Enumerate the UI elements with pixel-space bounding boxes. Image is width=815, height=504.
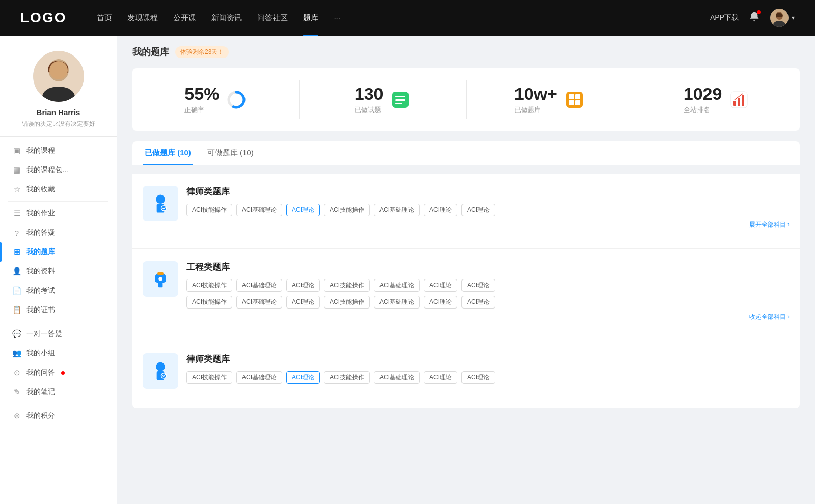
- star-icon: ☆: [12, 185, 21, 194]
- qbank-icon-engineer-2: [143, 261, 178, 297]
- qbank-tag[interactable]: ACI基础理论: [236, 204, 282, 216]
- sidebar-label-myqa: 我的问答: [26, 368, 55, 377]
- qbank-tag[interactable]: ACI理论: [461, 371, 495, 384]
- qbank-tag[interactable]: ACI技能操作: [186, 371, 232, 384]
- profile-section: Brian Harris 错误的决定比没有决定要好: [0, 36, 117, 137]
- qbank-tag[interactable]: ACI技能操作: [186, 296, 232, 309]
- qbank-tag[interactable]: ACI基础理论: [374, 204, 420, 216]
- qbank-card-2: 工程类题库 ACI技能操作 ACI基础理论 ACI理论 ACI技能操作 ACI基…: [132, 249, 800, 341]
- sidebar-item-group[interactable]: 👥 我的小组: [0, 344, 117, 363]
- main-content: 我的题库 体验剩余23天！ 55% 正确率 130: [117, 36, 815, 504]
- qbank-tag[interactable]: ACI理论: [286, 279, 320, 292]
- stat-done-questions-icon: [390, 90, 411, 110]
- sidebar-item-points[interactable]: ⊛ 我的积分: [0, 406, 117, 426]
- nav-open[interactable]: 公开课: [173, 11, 196, 25]
- qbank-title-2: 工程类题库: [186, 261, 790, 273]
- sidebar-item-myqa[interactable]: ⊙ 我的问答: [0, 363, 117, 382]
- stat-accuracy-icon: [226, 90, 247, 110]
- sidebar-divider-2: [8, 322, 108, 322]
- nav-qbank[interactable]: 题库: [303, 11, 318, 25]
- sidebar-item-certificate[interactable]: 📋 我的证书: [0, 300, 117, 320]
- qbank-tag[interactable]: ACI技能操作: [324, 204, 370, 216]
- sidebar-label-exam: 我的考试: [26, 286, 55, 295]
- nav-discover[interactable]: 发现课程: [127, 11, 158, 25]
- collapse-button-2[interactable]: 收起全部科目 ›: [186, 313, 790, 321]
- svg-rect-15: [575, 94, 580, 99]
- qbank-tag[interactable]: ACI理论: [286, 296, 320, 309]
- package-icon: ▦: [12, 165, 21, 175]
- nav-more[interactable]: ···: [334, 12, 340, 24]
- qbank-tag[interactable]: ACI技能操作: [186, 279, 232, 292]
- qbank-tag[interactable]: ACI理论: [461, 279, 495, 292]
- sidebar-item-favorites[interactable]: ☆ 我的收藏: [0, 180, 117, 199]
- svg-rect-21: [742, 95, 744, 106]
- app-download-button[interactable]: APP下载: [710, 13, 739, 22]
- exam-icon: 📄: [12, 286, 21, 295]
- tabs-bar: 已做题库 (10) 可做题库 (10): [132, 141, 800, 165]
- nav-home[interactable]: 首页: [97, 11, 112, 25]
- stat-done-questions: 130 已做试题: [300, 80, 467, 119]
- stat-accuracy-number: 55%: [184, 85, 219, 103]
- qbank-tag[interactable]: ACI基础理论: [374, 296, 420, 309]
- qbank-tag[interactable]: ACI技能操作: [324, 279, 370, 292]
- qbank-tag[interactable]: ACI理论: [424, 371, 457, 384]
- qbank-tag[interactable]: ACI基础理论: [236, 296, 282, 309]
- sidebar-item-homework[interactable]: ☰ 我的作业: [0, 204, 117, 223]
- stat-accuracy: 55% 正确率: [132, 80, 300, 119]
- qbank-tag-selected[interactable]: ACI理论: [286, 371, 320, 384]
- stat-done-banks-icon: [564, 90, 585, 110]
- qbank-tag[interactable]: ACI理论: [461, 296, 495, 309]
- sidebar-item-exam[interactable]: 📄 我的考试: [0, 281, 117, 300]
- svg-rect-12: [395, 103, 402, 104]
- qa-icon: ?: [12, 228, 21, 237]
- sidebar-item-package[interactable]: ▦ 我的课程包...: [0, 160, 117, 180]
- data-icon: 👤: [12, 267, 21, 276]
- sidebar-item-qa[interactable]: ? 我的答疑: [0, 223, 117, 242]
- stat-ranking-text: 1029 全站排名: [684, 85, 722, 115]
- nav-qa[interactable]: 问答社区: [257, 11, 288, 25]
- sidebar-divider-1: [8, 201, 108, 202]
- qbank-tag[interactable]: ACI基础理论: [374, 371, 420, 384]
- qbank-tag[interactable]: ACI技能操作: [186, 204, 232, 216]
- svg-rect-17: [575, 100, 580, 105]
- user-avatar-wrap[interactable]: ▾: [770, 9, 795, 27]
- sidebar: Brian Harris 错误的决定比没有决定要好 ▣ 我的课程 ▦ 我的课程包…: [0, 36, 117, 504]
- qbank-tag[interactable]: ACI理论: [424, 296, 457, 309]
- qbank-tag[interactable]: ACI理论: [424, 279, 457, 292]
- qbank-tag[interactable]: ACI理论: [424, 204, 457, 216]
- qbank-tag[interactable]: ACI技能操作: [324, 371, 370, 384]
- points-icon: ⊛: [12, 411, 21, 421]
- qbank-tag[interactable]: ACI基础理论: [236, 371, 282, 384]
- stat-done-banks-label: 已做题库: [514, 105, 557, 115]
- sidebar-item-notes[interactable]: ✎ 我的笔记: [0, 382, 117, 402]
- sidebar-item-qbank[interactable]: ⊞ 我的题库: [0, 242, 117, 262]
- sidebar-label-qa: 我的答疑: [26, 228, 55, 237]
- expand-button-1[interactable]: 展开全部科目 ›: [186, 220, 790, 229]
- stat-done-questions-number: 130: [355, 85, 384, 103]
- homework-icon: ☰: [12, 209, 21, 218]
- qbank-tag-selected[interactable]: ACI理论: [286, 204, 320, 216]
- qbank-header-2: 工程类题库 ACI技能操作 ACI基础理论 ACI理论 ACI技能操作 ACI基…: [143, 261, 790, 321]
- svg-point-28: [156, 362, 165, 372]
- sidebar-label-data: 我的资料: [26, 267, 55, 276]
- qbank-tag[interactable]: ACI基础理论: [236, 279, 282, 292]
- nav-news[interactable]: 新闻资讯: [211, 11, 242, 25]
- sidebar-label-homework: 我的作业: [26, 209, 55, 218]
- sidebar-label-group: 我的小组: [26, 349, 55, 358]
- tab-done-banks[interactable]: 已做题库 (10): [143, 141, 193, 165]
- sidebar-item-course[interactable]: ▣ 我的课程: [0, 141, 117, 160]
- stat-done-questions-text: 130 已做试题: [355, 85, 384, 115]
- sidebar-item-data[interactable]: 👤 我的资料: [0, 262, 117, 281]
- sidebar-item-oneonone[interactable]: 💬 一对一答疑: [0, 324, 117, 344]
- stat-ranking-label: 全站排名: [684, 105, 722, 115]
- qbank-icon: ⊞: [12, 247, 21, 257]
- oneonone-icon: 💬: [12, 329, 21, 339]
- sidebar-label-course: 我的课程: [26, 146, 55, 155]
- notification-bell[interactable]: [749, 11, 760, 24]
- qbank-tag[interactable]: ACI理论: [461, 204, 495, 216]
- qbank-tag[interactable]: ACI基础理论: [374, 279, 420, 292]
- qbank-tag[interactable]: ACI技能操作: [324, 296, 370, 309]
- stat-accuracy-text: 55% 正确率: [184, 85, 219, 115]
- tab-available-banks[interactable]: 可做题库 (10): [205, 141, 256, 165]
- notes-icon: ✎: [12, 387, 21, 397]
